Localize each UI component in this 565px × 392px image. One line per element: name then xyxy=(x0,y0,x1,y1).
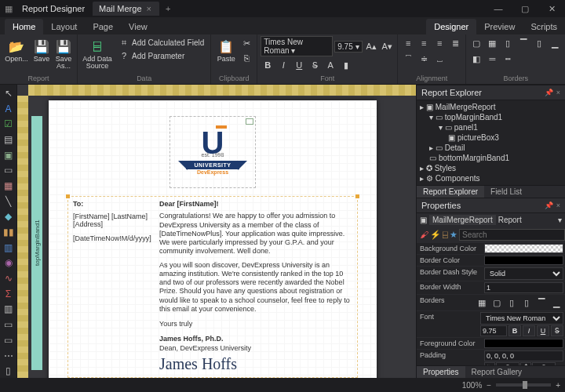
pagebreak-tool[interactable]: ⋯ xyxy=(2,349,16,363)
picturebox-tool[interactable]: ▣ xyxy=(2,148,16,162)
tab-scripts[interactable]: Scripts xyxy=(523,19,565,34)
borderdash-select[interactable]: Solid xyxy=(484,267,563,280)
bordercolor-swatch[interactable] xyxy=(484,256,563,265)
borderwidth-input[interactable] xyxy=(484,282,563,293)
align-left-button[interactable]: ≡ xyxy=(401,36,415,50)
add-calculated-field-button[interactable]: ⌗Add Calculated Field xyxy=(115,36,207,49)
tab-designer[interactable]: Designer xyxy=(426,19,476,34)
border-color-button[interactable]: ◧ xyxy=(469,52,483,66)
open-button[interactable]: 📂Open... xyxy=(3,36,30,64)
grow-font-button[interactable]: A▴ xyxy=(364,39,378,53)
tree-node-styles[interactable]: ▸ ✪ Styles xyxy=(420,163,562,173)
label-tool[interactable]: A xyxy=(2,102,16,116)
resize-handle-icon[interactable] xyxy=(66,194,70,198)
font-family-prop[interactable]: Times New Roman xyxy=(480,312,563,325)
tab-report-explorer[interactable]: Report Explorer xyxy=(417,186,484,198)
gauge-tool[interactable]: ◉ xyxy=(2,256,16,270)
border-top-icon[interactable]: ▔ xyxy=(534,296,549,310)
add-data-source-button[interactable]: ⌸Add Data Source xyxy=(81,36,114,71)
font-family-select[interactable]: Times New Roman ▾ xyxy=(261,36,333,56)
strike-icon[interactable]: S̶ xyxy=(551,325,563,336)
table-tool[interactable]: ▦ xyxy=(2,179,16,193)
sparkline-tool[interactable]: ∿ xyxy=(2,271,16,285)
border-left-button[interactable]: ▯ xyxy=(501,36,515,50)
border-none-button[interactable]: ▢ xyxy=(469,36,483,50)
tree-node-panel[interactable]: ▾ ▭ panel1 xyxy=(420,122,562,132)
tree-node-detail[interactable]: ▸ ▭ Detail xyxy=(420,143,562,153)
tab-layout[interactable]: Layout xyxy=(43,19,85,34)
shape-tool[interactable]: ◆ xyxy=(2,210,16,224)
add-parameter-button[interactable]: ?Add Parameter xyxy=(115,49,207,62)
italic-icon[interactable]: I xyxy=(523,325,535,336)
zoom-in-button[interactable]: + xyxy=(556,381,560,390)
cut-button[interactable]: ✂ xyxy=(239,36,253,50)
save-button[interactable]: 💾Save xyxy=(31,36,52,64)
border-style-button[interactable]: ┅ xyxy=(501,52,515,66)
pointer-tool[interactable]: ↖ xyxy=(2,86,16,100)
barcode-tool[interactable]: ▮▮ xyxy=(2,225,16,239)
richtext-tool[interactable]: ▤ xyxy=(2,132,16,147)
minimize-button[interactable]: — xyxy=(485,0,512,17)
valign-top-button[interactable]: ⎴ xyxy=(401,52,415,66)
chevron-down-icon[interactable]: ▾ xyxy=(558,216,562,224)
font-color-button[interactable]: A xyxy=(323,58,337,72)
tree-node-picturebox[interactable]: ▣ pictureBox3 xyxy=(420,132,562,143)
horizontal-ruler[interactable] xyxy=(28,85,416,96)
align-justify-button[interactable]: ≣ xyxy=(448,36,462,50)
logo-picturebox[interactable]: U est. 1998 UNIVERSITY DevExpress xyxy=(170,116,256,188)
chart-tool[interactable]: ▥ xyxy=(2,241,16,255)
valign-bottom-button[interactable]: ⎵ xyxy=(432,52,447,66)
border-top-button[interactable]: ▔ xyxy=(516,36,530,50)
tree-node-bottommargin[interactable]: ▭ bottomMarginBand1 xyxy=(420,153,562,163)
new-tab-button[interactable]: + xyxy=(159,4,177,13)
report-page[interactable]: U est. 1998 UNIVERSITY DevExpress To: [F… xyxy=(49,100,377,378)
resize-handle-icon[interactable] xyxy=(355,194,359,198)
document-tab[interactable]: Mail Merge × xyxy=(93,2,159,16)
padding-input[interactable] xyxy=(484,350,563,361)
align-center-button[interactable]: ≡ xyxy=(417,36,431,50)
close-panel-icon[interactable]: × xyxy=(556,201,560,209)
tab-page[interactable]: Page xyxy=(85,19,121,34)
highlight-button[interactable]: ▮ xyxy=(339,58,353,72)
border-all-button[interactable]: ▦ xyxy=(485,36,499,50)
tab-field-list[interactable]: Field List xyxy=(484,186,528,198)
pivot-tool[interactable]: Σ xyxy=(2,287,16,301)
border-right-icon[interactable]: ▯ xyxy=(519,296,534,310)
close-icon[interactable]: × xyxy=(147,4,151,13)
tab-view[interactable]: View xyxy=(121,19,155,34)
border-none-icon[interactable]: ▢ xyxy=(490,296,504,310)
border-left-icon[interactable]: ▯ xyxy=(505,296,519,310)
italic-button[interactable]: I xyxy=(276,58,290,72)
border-right-button[interactable]: ▯ xyxy=(532,36,546,50)
line-tool[interactable]: ╲ xyxy=(2,194,16,209)
zoom-slider[interactable] xyxy=(496,383,551,387)
tree-node-root[interactable]: ▸ ▣ MailMergeReport xyxy=(420,102,562,112)
tree-node-topmargin[interactable]: ▾ ▭ topMarginBand1 xyxy=(420,112,562,122)
border-bottom-icon[interactable]: ▁ xyxy=(549,296,563,310)
properties-object-bar[interactable]: ▣ MailMergeReport Report ▾ xyxy=(417,213,565,227)
valign-middle-button[interactable]: ≑ xyxy=(417,52,431,66)
band-label[interactable]: topMarginBand1 xyxy=(31,116,42,370)
underline-icon[interactable]: U xyxy=(537,325,549,336)
border-all-icon[interactable]: ▦ xyxy=(475,296,489,310)
category-events-icon[interactable]: ★ xyxy=(450,228,457,241)
tree-node-components[interactable]: ▸ ⚙ Components xyxy=(420,173,562,183)
bold-button[interactable]: B xyxy=(261,58,275,72)
fgcolor-swatch[interactable] xyxy=(484,339,563,348)
zoom-out-button[interactable]: − xyxy=(487,381,491,390)
border-width-button[interactable]: ═ xyxy=(485,52,499,66)
crossband-tool[interactable]: ▯ xyxy=(2,364,16,378)
bold-icon[interactable]: B xyxy=(508,325,521,336)
save-as-button[interactable]: 💾Save As... xyxy=(53,36,74,71)
properties-search-input[interactable] xyxy=(459,229,565,241)
panel-tool[interactable]: ▭ xyxy=(2,163,16,177)
pin-icon[interactable]: 📌 xyxy=(545,201,553,209)
border-bottom-button[interactable]: ▁ xyxy=(548,36,562,50)
category-behavior-icon[interactable]: ⚡ xyxy=(430,228,441,241)
align-right-button[interactable]: ≡ xyxy=(432,36,447,50)
underline-button[interactable]: U xyxy=(292,58,306,72)
pageinfo-tool[interactable]: ▭ xyxy=(2,333,16,347)
tab-report-gallery[interactable]: Report Gallery xyxy=(465,366,528,378)
tab-home[interactable]: Home xyxy=(5,19,43,34)
strike-button[interactable]: S̶ xyxy=(308,58,322,72)
